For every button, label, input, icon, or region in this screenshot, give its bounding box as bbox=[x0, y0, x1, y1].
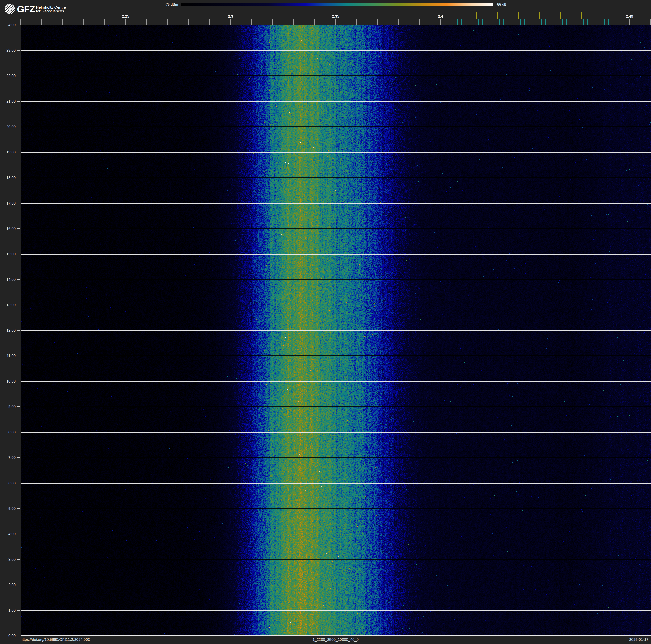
time-tick bbox=[17, 508, 20, 509]
time-tick-label: 11:00 bbox=[0, 354, 16, 358]
time-tick bbox=[17, 203, 20, 203]
time-tick bbox=[17, 432, 20, 432]
ble-channel-tick bbox=[453, 19, 454, 25]
time-tick bbox=[17, 534, 20, 534]
frequency-minor-tick bbox=[440, 19, 441, 25]
time-tick bbox=[17, 559, 20, 560]
wifi-channel-tick bbox=[518, 12, 519, 19]
time-tick bbox=[17, 101, 20, 101]
gfz-logo-subtitle: Helmholtz Centre for Geosciences bbox=[36, 5, 66, 13]
time-tick bbox=[17, 356, 20, 356]
colorbar-max-label: -55 dBm bbox=[496, 3, 519, 6]
ble-channel-tick bbox=[558, 19, 558, 25]
frequency-tick-label: 2.25 bbox=[117, 14, 134, 19]
ble-channel-tick bbox=[533, 19, 533, 25]
ble-channel-tick bbox=[520, 19, 521, 25]
frequency-minor-tick bbox=[146, 19, 147, 25]
time-tick-label: 13:00 bbox=[0, 303, 16, 307]
time-tick-label: 21:00 bbox=[0, 99, 16, 103]
ble-channel-tick bbox=[575, 19, 575, 25]
time-tick-label: 6:00 bbox=[0, 481, 16, 485]
colorbar bbox=[181, 3, 494, 6]
wifi-channel-tick bbox=[539, 12, 540, 19]
time-tick-label: 12:00 bbox=[0, 328, 16, 332]
frequency-minor-tick bbox=[377, 19, 378, 25]
ble-channel-tick bbox=[600, 19, 600, 25]
ble-channel-tick bbox=[491, 19, 491, 25]
ble-channel-tick bbox=[524, 19, 525, 25]
frequency-minor-tick bbox=[251, 19, 252, 25]
ble-channel-tick bbox=[495, 19, 495, 25]
ble-channel-tick bbox=[570, 19, 571, 25]
ble-channel-tick bbox=[566, 19, 567, 25]
time-tick-label: 20:00 bbox=[0, 125, 16, 129]
time-tick-label: 19:00 bbox=[0, 150, 16, 154]
filename-caption: 1_2200_2500_10000_40_0 bbox=[312, 638, 359, 642]
gfz-logo-text: GFZ bbox=[17, 5, 35, 14]
ble-channel-tick bbox=[592, 19, 592, 25]
time-tick-label: 23:00 bbox=[0, 49, 16, 52]
wifi-channel-tick bbox=[592, 12, 592, 19]
ble-channel-tick bbox=[562, 19, 563, 25]
spectrogram-page: { "logo": { "acronym": "GFZ", "subtitle_… bbox=[0, 0, 651, 644]
frequency-minor-tick bbox=[335, 19, 336, 25]
time-tick bbox=[17, 279, 20, 280]
wifi-channel-tick bbox=[560, 12, 561, 19]
ble-channel-tick bbox=[604, 19, 604, 25]
time-tick-label: 15:00 bbox=[0, 252, 16, 256]
frequency-minor-tick bbox=[41, 19, 42, 25]
ble-channel-tick bbox=[499, 19, 500, 25]
ble-channel-tick bbox=[483, 19, 483, 25]
frequency-minor-tick bbox=[272, 19, 273, 25]
ble-channel-tick bbox=[583, 19, 584, 25]
time-tick-label: 18:00 bbox=[0, 176, 16, 180]
frequency-minor-tick bbox=[420, 19, 420, 25]
ble-channel-tick bbox=[470, 19, 470, 25]
ble-channel-tick bbox=[487, 19, 487, 25]
time-tick-label: 0:00 bbox=[0, 634, 16, 638]
wifi-channel-tick bbox=[476, 12, 477, 19]
frequency-minor-tick bbox=[356, 19, 357, 25]
time-tick bbox=[17, 126, 20, 127]
ble-channel-tick bbox=[529, 19, 529, 25]
ble-channel-tick bbox=[444, 19, 445, 25]
time-tick bbox=[17, 76, 20, 76]
time-tick-label: 5:00 bbox=[0, 507, 16, 510]
gfz-logo-icon bbox=[5, 4, 15, 14]
spectrogram-canvas bbox=[21, 25, 651, 636]
ble-channel-tick bbox=[587, 19, 588, 25]
wifi-channel-tick bbox=[529, 12, 529, 19]
ble-channel-tick bbox=[546, 19, 546, 25]
frequency-minor-tick bbox=[104, 19, 105, 25]
frequency-minor-tick bbox=[62, 19, 63, 25]
frequency-minor-tick bbox=[398, 19, 399, 25]
time-tick-label: 10:00 bbox=[0, 379, 16, 383]
wifi-channel-tick bbox=[487, 12, 487, 19]
time-tick bbox=[17, 305, 20, 305]
ble-channel-tick bbox=[512, 19, 512, 25]
ble-channel-tick bbox=[466, 19, 466, 25]
time-tick bbox=[17, 381, 20, 381]
time-tick bbox=[17, 330, 20, 331]
frequency-minor-tick bbox=[650, 19, 651, 25]
time-tick bbox=[17, 229, 20, 229]
time-tick-label: 17:00 bbox=[0, 201, 16, 205]
time-tick-label: 8:00 bbox=[0, 430, 16, 434]
ble-channel-tick bbox=[516, 19, 517, 25]
frequency-tick-label: 2.35 bbox=[327, 14, 344, 19]
colorbar-min-label: -75 dBm bbox=[157, 3, 178, 6]
ble-channel-tick bbox=[507, 19, 508, 25]
time-tick bbox=[17, 50, 20, 51]
frequency-minor-tick bbox=[209, 19, 210, 25]
ble-channel-tick bbox=[550, 19, 550, 25]
time-tick bbox=[17, 457, 20, 458]
frequency-minor-tick bbox=[125, 19, 126, 25]
ble-channel-tick bbox=[478, 19, 478, 25]
ble-channel-tick bbox=[457, 19, 458, 25]
time-tick-label: 16:00 bbox=[0, 227, 16, 231]
time-tick bbox=[17, 585, 20, 585]
time-tick-label: 4:00 bbox=[0, 532, 16, 536]
wifi-channel-tick bbox=[617, 12, 617, 19]
time-tick bbox=[17, 610, 20, 611]
time-tick-label: 24:00 bbox=[0, 23, 16, 27]
